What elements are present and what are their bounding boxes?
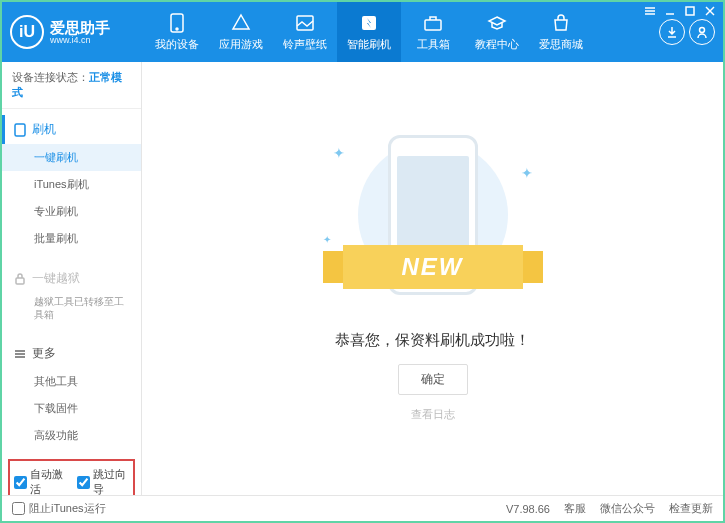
phone-icon [14, 123, 26, 137]
app-url: www.i4.cn [50, 35, 110, 45]
logo[interactable]: iU 爱思助手 www.i4.cn [10, 15, 145, 49]
sidebar-item-advanced[interactable]: 高级功能 [2, 422, 141, 449]
customer-service-link[interactable]: 客服 [564, 501, 586, 516]
sidebar-item-batch-flash[interactable]: 批量刷机 [2, 225, 141, 252]
maximize-icon[interactable] [683, 4, 697, 18]
flash-icon [359, 13, 379, 33]
nav-my-device[interactable]: 我的设备 [145, 2, 209, 62]
nav-store[interactable]: 爱思商城 [529, 2, 593, 62]
user-button[interactable] [689, 19, 715, 45]
sidebar-jailbreak-header: 一键越狱 [2, 264, 141, 293]
wallpaper-icon [295, 13, 315, 33]
svg-rect-13 [15, 124, 25, 136]
sidebar-item-pro-flash[interactable]: 专业刷机 [2, 198, 141, 225]
footer: 阻止iTunes运行 V7.98.66 客服 微信公众号 检查更新 [2, 495, 723, 521]
header: iU 爱思助手 www.i4.cn 我的设备 应用游戏 铃声壁纸 智能刷机 工具… [2, 2, 723, 62]
check-update-link[interactable]: 检查更新 [669, 501, 713, 516]
nav-tutorial[interactable]: 教程中心 [465, 2, 529, 62]
svg-point-12 [700, 28, 705, 33]
download-button[interactable] [659, 19, 685, 45]
auto-activate-checkbox[interactable]: 自动激活 [14, 467, 67, 495]
tutorial-icon [487, 13, 507, 33]
close-icon[interactable] [703, 4, 717, 18]
sidebar: 设备连接状态：正常模式 刷机 一键刷机 iTunes刷机 专业刷机 批量刷机 一… [2, 62, 142, 495]
view-log-link[interactable]: 查看日志 [411, 407, 455, 422]
sidebar-item-download-firmware[interactable]: 下载固件 [2, 395, 141, 422]
skip-guide-checkbox[interactable]: 跳过向导 [77, 467, 130, 495]
store-icon [551, 13, 571, 33]
list-icon [14, 348, 26, 360]
svg-point-8 [176, 28, 178, 30]
svg-rect-14 [16, 278, 24, 284]
nav-ringtone-wallpaper[interactable]: 铃声壁纸 [273, 2, 337, 62]
nav: 我的设备 应用游戏 铃声壁纸 智能刷机 工具箱 教程中心 爱思商城 [145, 2, 659, 62]
svg-rect-11 [425, 20, 441, 30]
apps-icon [231, 13, 251, 33]
svg-rect-10 [362, 16, 376, 30]
jailbreak-note: 越狱工具已转移至工具箱 [2, 293, 141, 327]
sidebar-item-itunes-flash[interactable]: iTunes刷机 [2, 171, 141, 198]
sidebar-item-other-tools[interactable]: 其他工具 [2, 368, 141, 395]
logo-icon: iU [10, 15, 44, 49]
main-content: ✦ ✦ ✦ NEW 恭喜您，保资料刷机成功啦！ 确定 查看日志 [142, 62, 723, 495]
success-illustration: ✦ ✦ ✦ NEW [303, 135, 563, 315]
success-message: 恭喜您，保资料刷机成功啦！ [335, 331, 530, 350]
block-itunes-checkbox[interactable]: 阻止iTunes运行 [12, 501, 106, 516]
version-label: V7.98.66 [506, 503, 550, 515]
minimize-icon[interactable] [663, 4, 677, 18]
options-row: 自动激活 跳过向导 [8, 459, 135, 495]
nav-apps-games[interactable]: 应用游戏 [209, 2, 273, 62]
wechat-link[interactable]: 微信公众号 [600, 501, 655, 516]
toolbox-icon [423, 13, 443, 33]
app-title: 爱思助手 [50, 20, 110, 35]
sidebar-flash-header[interactable]: 刷机 [2, 115, 141, 144]
new-ribbon: NEW [323, 245, 543, 289]
menu-icon[interactable] [643, 4, 657, 18]
sidebar-more-header[interactable]: 更多 [2, 339, 141, 368]
ok-button[interactable]: 确定 [398, 364, 468, 395]
svg-rect-4 [686, 7, 694, 15]
connection-status: 设备连接状态：正常模式 [2, 62, 141, 109]
phone-icon [167, 13, 187, 33]
nav-toolbox[interactable]: 工具箱 [401, 2, 465, 62]
sidebar-item-oneclick-flash[interactable]: 一键刷机 [2, 144, 141, 171]
nav-smart-flash[interactable]: 智能刷机 [337, 2, 401, 62]
lock-icon [14, 273, 26, 285]
